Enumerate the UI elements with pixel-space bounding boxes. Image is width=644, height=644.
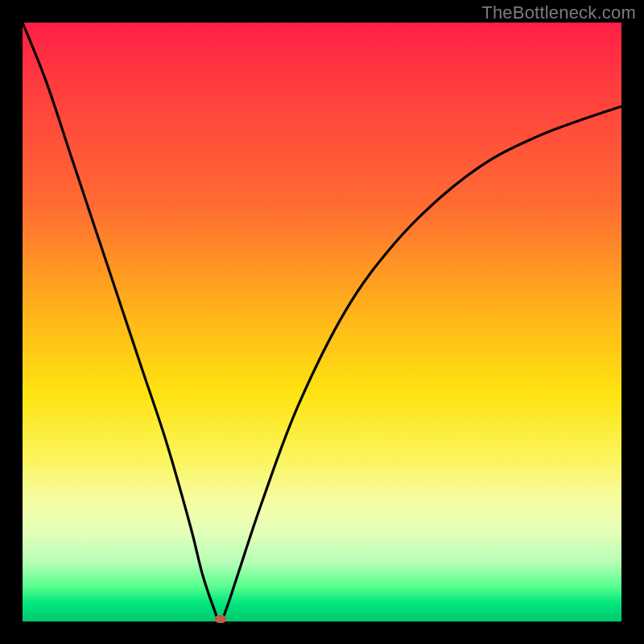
watermark-text: TheBottleneck.com <box>481 2 636 23</box>
chart-frame: TheBottleneck.com <box>0 0 644 644</box>
bottleneck-curve <box>23 23 621 621</box>
minimum-marker <box>215 615 226 623</box>
curve-path <box>23 23 621 621</box>
